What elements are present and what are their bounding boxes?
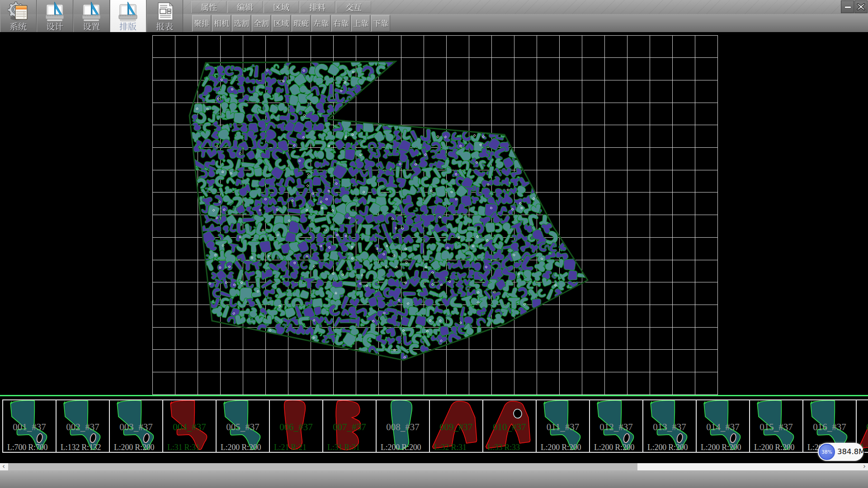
part-cell-13[interactable]: 013_#37L:200 R:200 bbox=[642, 399, 697, 453]
status-bar bbox=[0, 470, 868, 488]
parts-cells: 001_#37L:700 R:700002_#37L:132 R:132003_… bbox=[2, 399, 868, 453]
part-cell-5[interactable]: 005_#37L:200 R:200 bbox=[216, 399, 270, 453]
action-button-9[interactable] bbox=[351, 15, 370, 32]
part-cell-12[interactable]: 012_#37L:200 R:200 bbox=[589, 399, 643, 453]
part-name: 003_#37 bbox=[110, 422, 162, 433]
cjk-glyph bbox=[119, 22, 128, 31]
module-button-label bbox=[119, 22, 137, 31]
module-button-label bbox=[156, 22, 173, 31]
action-button-6[interactable] bbox=[292, 15, 311, 32]
part-lr-count: L:700 R:700 bbox=[7, 443, 47, 452]
part-cell-8[interactable]: 008_#37L:200 R:200 bbox=[376, 399, 430, 453]
module-button-1[interactable] bbox=[0, 0, 37, 32]
action-button-1[interactable] bbox=[192, 15, 211, 32]
module-button-3[interactable] bbox=[73, 0, 110, 32]
cjk-glyph bbox=[317, 3, 326, 11]
action-button-3[interactable] bbox=[232, 15, 251, 32]
strip-scrollbar[interactable]: ‹ › bbox=[0, 463, 868, 470]
cjk-glyph bbox=[321, 19, 329, 27]
cjk-glyph bbox=[373, 19, 381, 27]
cjk-glyph bbox=[254, 19, 261, 27]
part-name: 010_#37 bbox=[483, 422, 536, 433]
part-cell-11[interactable]: 011_#37L:200 R:200 bbox=[536, 399, 590, 453]
cjk-glyph bbox=[128, 22, 137, 31]
cjk-glyph bbox=[345, 3, 354, 11]
cjk-glyph bbox=[245, 3, 253, 11]
part-cell-15[interactable]: 015_#37L:200 R:200 bbox=[749, 399, 803, 453]
part-name: 013_#37 bbox=[643, 422, 696, 433]
scrollbar-thumb[interactable] bbox=[8, 463, 637, 470]
nesting-canvas[interactable] bbox=[0, 32, 868, 395]
scroll-left-arrow[interactable]: ‹ bbox=[0, 463, 7, 470]
module-button-2[interactable] bbox=[37, 0, 73, 32]
action-button-10[interactable] bbox=[371, 15, 390, 32]
part-cell-1[interactable]: 001_#37L:700 R:700 bbox=[2, 399, 57, 453]
part-cell-10[interactable]: 010_#37L:33 R:33 bbox=[482, 399, 537, 453]
action-button-5[interactable] bbox=[272, 15, 291, 32]
menu-tab-5[interactable] bbox=[336, 1, 371, 13]
cjk-glyph bbox=[281, 3, 289, 11]
cjk-glyph bbox=[46, 22, 55, 31]
part-cell-14[interactable]: 014_#37L:200 R:200 bbox=[696, 399, 750, 453]
module-button-5[interactable] bbox=[146, 0, 183, 32]
part-name: 007_#37 bbox=[323, 422, 376, 433]
part-cell-7[interactable]: 007_#37L:31 R:31 bbox=[322, 399, 377, 453]
cjk-glyph bbox=[234, 19, 241, 27]
cjk-glyph bbox=[273, 3, 281, 11]
module-button-label bbox=[83, 22, 100, 31]
close-button[interactable] bbox=[854, 0, 868, 13]
percent-circle: 38% bbox=[819, 444, 835, 460]
part-lr-count: L:200 R:200 bbox=[594, 443, 634, 452]
cjk-glyph bbox=[201, 3, 209, 11]
action-button-7[interactable] bbox=[311, 15, 330, 32]
menu-tab-2[interactable] bbox=[227, 1, 263, 13]
part-name: 012_#37 bbox=[590, 422, 642, 433]
main-toolbar bbox=[0, 0, 868, 32]
action-button-4[interactable] bbox=[252, 15, 271, 32]
cjk-glyph bbox=[222, 19, 229, 27]
part-name: 011_#37 bbox=[537, 422, 589, 433]
part-name: 017_#37 bbox=[857, 422, 868, 433]
action-button-8[interactable] bbox=[331, 15, 350, 32]
menu-tab-3[interactable] bbox=[264, 1, 299, 13]
part-lr-count: L:21 R:21 bbox=[274, 443, 307, 452]
action-buttons bbox=[192, 15, 391, 32]
part-lr-count: L:200 R:200 bbox=[754, 443, 794, 452]
cjk-glyph bbox=[202, 19, 209, 27]
cjk-glyph bbox=[91, 22, 100, 31]
cjk-glyph bbox=[313, 19, 321, 27]
part-lr-count: L:200 R:200 bbox=[647, 443, 688, 452]
cjk-glyph bbox=[9, 22, 18, 31]
part-name: 015_#37 bbox=[750, 422, 802, 433]
part-cell-9[interactable]: 009_#37L:32 R:31 bbox=[429, 399, 483, 453]
part-lr-count: L:31 R:31 bbox=[327, 443, 360, 452]
menu-tab-1[interactable] bbox=[191, 1, 226, 13]
cjk-glyph bbox=[241, 19, 249, 27]
part-lr-count: L:200 R:200 bbox=[114, 443, 154, 452]
part-cell-4[interactable]: 004_#37L:31 R:31 bbox=[162, 399, 217, 453]
cjk-glyph bbox=[209, 3, 217, 11]
cjk-glyph bbox=[237, 3, 245, 11]
gear-notebook-icon bbox=[8, 1, 28, 22]
part-name: 014_#37 bbox=[697, 422, 749, 433]
action-button-2[interactable] bbox=[212, 15, 231, 32]
part-lr-count: L:200 R:200 bbox=[701, 443, 741, 452]
drafting-board-icon bbox=[44, 1, 65, 22]
cjk-glyph bbox=[381, 19, 388, 27]
menu-tab-4[interactable] bbox=[300, 1, 335, 13]
part-cell-2[interactable]: 002_#37L:132 R:132 bbox=[56, 399, 110, 453]
module-button-label bbox=[9, 22, 27, 31]
module-button-4[interactable] bbox=[110, 0, 146, 32]
scroll-right-arrow[interactable]: › bbox=[861, 463, 868, 470]
part-name: 006_#37 bbox=[270, 422, 322, 433]
cjk-glyph bbox=[165, 22, 173, 31]
minimize-button[interactable] bbox=[841, 0, 854, 13]
memory-badge: 38% 384.8M bbox=[818, 443, 863, 461]
part-name: 001_#37 bbox=[3, 422, 56, 433]
cjk-glyph bbox=[341, 19, 349, 27]
report-document-icon bbox=[154, 1, 175, 22]
cjk-glyph bbox=[293, 19, 301, 27]
drafting-board-icon bbox=[118, 1, 138, 22]
part-cell-3[interactable]: 003_#37L:200 R:200 bbox=[109, 399, 163, 453]
part-cell-6[interactable]: 006_#37L:21 R:21 bbox=[269, 399, 323, 453]
